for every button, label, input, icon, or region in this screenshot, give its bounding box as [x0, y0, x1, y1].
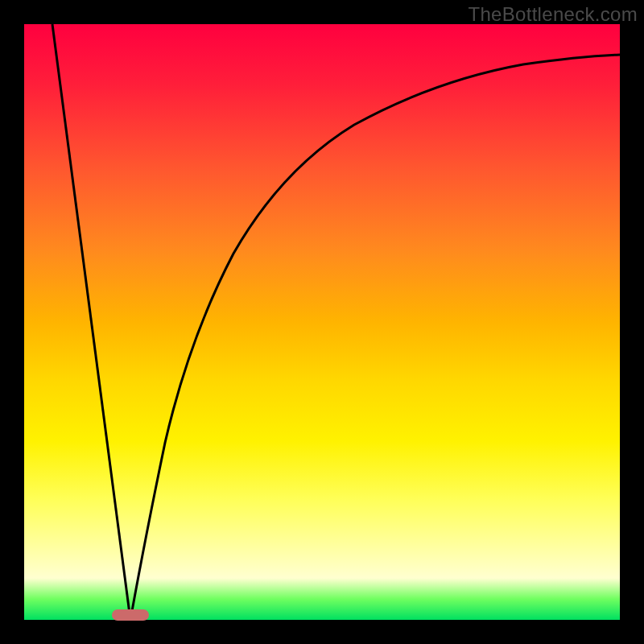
left-line	[52, 24, 130, 620]
right-curve	[130, 55, 620, 620]
chart-frame: TheBottleneck.com	[0, 0, 644, 644]
curve-layer	[24, 24, 620, 620]
watermark-text: TheBottleneck.com	[468, 3, 638, 26]
optimal-marker	[112, 609, 149, 621]
